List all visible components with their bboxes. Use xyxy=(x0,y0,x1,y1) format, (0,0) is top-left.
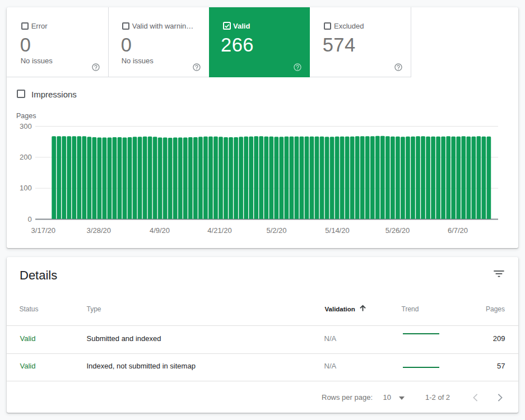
svg-text:4/9/20: 4/9/20 xyxy=(150,226,170,234)
svg-text:5/26/20: 5/26/20 xyxy=(385,226,410,234)
svg-text:100: 100 xyxy=(20,184,32,192)
svg-text:200: 200 xyxy=(20,152,32,161)
svg-text:5/14/20: 5/14/20 xyxy=(325,226,349,234)
svg-text:4/21/20: 4/21/20 xyxy=(207,226,231,234)
svg-text:6/7/20: 6/7/20 xyxy=(448,226,468,234)
svg-text:300: 300 xyxy=(20,122,32,130)
svg-text:5/2/20: 5/2/20 xyxy=(266,226,286,234)
svg-text:3/28/20: 3/28/20 xyxy=(87,226,111,234)
svg-text:0: 0 xyxy=(28,214,32,223)
svg-text:3/17/20: 3/17/20 xyxy=(31,226,55,234)
